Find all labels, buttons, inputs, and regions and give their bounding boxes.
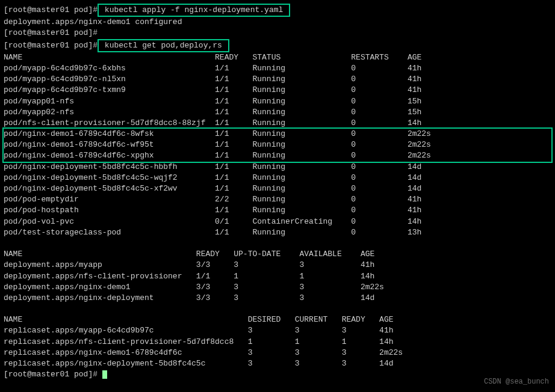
- cmd-line-2: [root@master01 pod]# kubectl get pod,dep…: [4, 39, 551, 52]
- prompt: [root@master01 pod]#: [4, 5, 98, 14]
- pods-header: NAME READY STATUS RESTARTS AGE: [4, 52, 551, 63]
- deploy-list: deployment.apps/myapp 3/3 3 3 41hdeploym…: [4, 260, 551, 304]
- rs-header: NAME DESIRED CURRENT READY AGE: [4, 314, 551, 325]
- prompt: [root@master01 pod]#: [4, 41, 98, 50]
- command-apply: kubectl apply -f nginx-deployment.yaml: [98, 4, 290, 17]
- table-row: pod/myapp-6c4cd9b97c-txmn9 1/1 Running 0…: [4, 85, 551, 96]
- deploy-header: NAME READY UP-TO-DATE AVAILABLE AGE: [4, 249, 551, 260]
- watermark: CSDN @sea_bunch: [484, 377, 549, 384]
- table-row: pod/myapp-6c4cd9b97c-nl5xn 1/1 Running 0…: [4, 74, 551, 85]
- table-row: deployment.apps/nfs-client-provisioner 1…: [4, 271, 551, 282]
- table-row: pod/nginx-deployment-5bd8fc4c5c-wqjf2 1/…: [4, 173, 551, 183]
- command-get: kubectl get pod,deploy,rs: [98, 39, 229, 52]
- final-prompt[interactable]: [root@master01 pod]#: [4, 369, 551, 380]
- table-row: pod/nginx-demo1-6789c4df6c-8wfsk 1/1 Run…: [4, 129, 551, 139]
- table-row: replicaset.apps/nginx-deployment-5bd8fc4…: [4, 358, 551, 369]
- table-row: pod/nginx-demo1-6789c4df6c-wf95t 1/1 Run…: [4, 139, 551, 150]
- table-row: pod/myapp01-nfs 1/1 Running 0 15h: [4, 96, 551, 107]
- table-row: pod/pod-vol-pvc 0/1 ContainerCreating 0 …: [4, 216, 551, 227]
- rs-list: replicaset.apps/myapp-6c4cd9b97c 3 3 3 4…: [4, 325, 551, 369]
- table-row: pod/nginx-deployment-5bd8fc4c5c-xf2wv 1/…: [4, 183, 551, 194]
- table-row: deployment.apps/nginx-deployment 3/3 3 3…: [4, 293, 551, 304]
- apply-output: deployment.apps/nginx-demo1 configured: [4, 17, 551, 28]
- table-row: deployment.apps/myapp 3/3 3 3 41h: [4, 260, 551, 271]
- pods-highlighted: pod/nginx-demo1-6789c4df6c-8wfsk 1/1 Run…: [2, 127, 553, 163]
- table-row: pod/nginx-demo1-6789c4df6c-xpghx 1/1 Run…: [4, 150, 551, 161]
- table-row: replicaset.apps/myapp-6c4cd9b97c 3 3 3 4…: [4, 325, 551, 336]
- table-row: deployment.apps/nginx-demo1 3/3 3 3 2m22…: [4, 282, 551, 293]
- table-row: pod/pod-hostpath 1/1 Running 0 41h: [4, 205, 551, 216]
- table-row: replicaset.apps/nfs-client-provisioner-5…: [4, 337, 551, 348]
- cmd-line-empty: [root@master01 pod]#: [4, 28, 551, 38]
- cursor: [102, 370, 107, 379]
- table-row: pod/myapp-6c4cd9b97c-6xbhs 1/1 Running 0…: [4, 63, 551, 74]
- terminal[interactable]: [root@master01 pod]# kubectl apply -f ng…: [4, 4, 551, 380]
- table-row: replicaset.apps/nginx-demo1-6789c4df6c 3…: [4, 348, 551, 358]
- cmd-line-1: [root@master01 pod]# kubectl apply -f ng…: [4, 4, 551, 17]
- table-row: pod/test-storageclass-pod 1/1 Running 0 …: [4, 227, 551, 238]
- table-row: pod/myapp02-nfs 1/1 Running 0 15h: [4, 107, 551, 118]
- pods-list-2: pod/nginx-deployment-5bd8fc4c5c-hbbfh 1/…: [4, 162, 551, 238]
- table-row: pod/pod-emptydir 2/2 Running 0 41h: [4, 194, 551, 205]
- pods-list: pod/myapp-6c4cd9b97c-6xbhs 1/1 Running 0…: [4, 63, 551, 129]
- table-row: pod/nginx-deployment-5bd8fc4c5c-hbbfh 1/…: [4, 162, 551, 173]
